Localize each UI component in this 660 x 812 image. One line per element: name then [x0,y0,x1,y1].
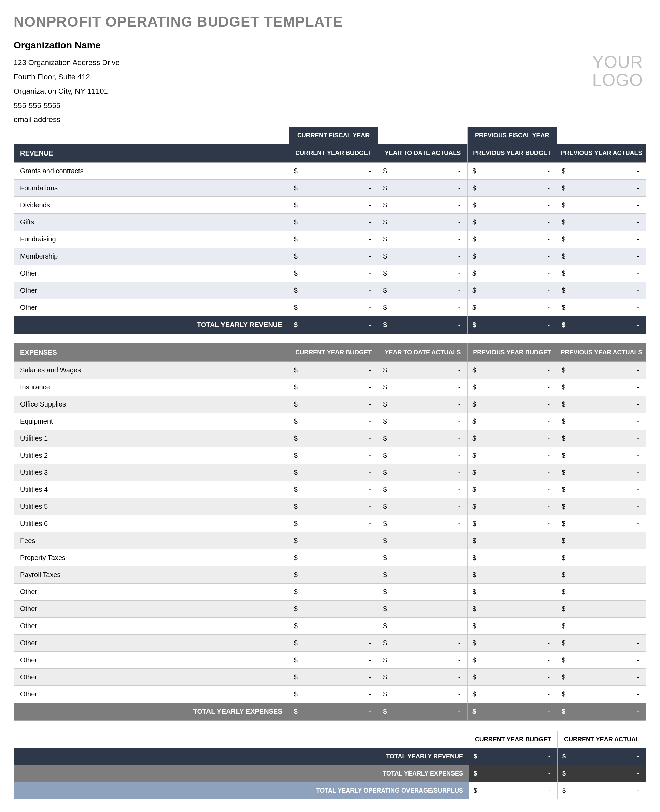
expenses-cell[interactable]: $- [378,362,468,379]
revenue-cell[interactable]: $- [468,282,557,299]
revenue-cell[interactable]: $- [557,231,646,248]
expenses-cell[interactable]: $- [557,464,646,481]
expenses-cell[interactable]: $- [468,447,557,464]
expenses-cell[interactable]: $- [378,567,468,584]
expenses-cell[interactable]: $- [557,617,646,635]
expenses-cell[interactable]: $- [468,481,557,498]
expenses-row-label[interactable]: Utilities 1 [14,430,289,447]
expenses-cell[interactable]: $- [557,601,646,617]
expenses-cell[interactable]: $- [557,652,646,669]
revenue-cell[interactable]: $- [289,231,378,248]
expenses-row-label[interactable]: Other [14,601,289,617]
revenue-row-label[interactable]: Other [14,282,289,299]
expenses-row-label[interactable]: Utilities 6 [14,515,289,532]
expenses-cell[interactable]: $- [289,515,378,532]
expenses-cell[interactable]: $- [468,652,557,669]
revenue-cell[interactable]: $- [378,299,468,316]
revenue-cell[interactable]: $- [557,265,646,282]
expenses-cell[interactable]: $- [468,413,557,430]
expenses-cell[interactable]: $- [557,567,646,584]
expenses-cell[interactable]: $- [468,464,557,481]
revenue-cell[interactable]: $- [468,231,557,248]
expenses-cell[interactable]: $- [468,617,557,635]
revenue-row-label[interactable]: Foundations [14,180,289,197]
revenue-cell[interactable]: $- [378,248,468,265]
revenue-cell[interactable]: $- [289,265,378,282]
revenue-cell[interactable]: $- [289,299,378,316]
revenue-row-label[interactable]: Grants and contracts [14,163,289,180]
revenue-cell[interactable]: $- [468,197,557,214]
expenses-cell[interactable]: $- [289,481,378,498]
expenses-cell[interactable]: $- [378,447,468,464]
expenses-cell[interactable]: $- [289,430,378,447]
revenue-cell[interactable]: $- [378,282,468,299]
expenses-cell[interactable]: $- [378,396,468,413]
expenses-cell[interactable]: $- [468,549,557,567]
expenses-cell[interactable]: $- [557,396,646,413]
revenue-row-label[interactable]: Membership [14,248,289,265]
revenue-cell[interactable]: $- [557,282,646,299]
expenses-cell[interactable]: $- [557,498,646,515]
expenses-cell[interactable]: $- [378,617,468,635]
revenue-row-label[interactable]: Gifts [14,214,289,231]
expenses-row-label[interactable]: Other [14,584,289,601]
revenue-cell[interactable]: $- [468,248,557,265]
expenses-cell[interactable]: $- [289,652,378,669]
expenses-cell[interactable]: $- [378,464,468,481]
revenue-row-label[interactable]: Dividends [14,197,289,214]
previous-fy-input[interactable] [557,127,646,144]
expenses-cell[interactable]: $- [289,498,378,515]
revenue-row-label[interactable]: Other [14,265,289,282]
expenses-cell[interactable]: $- [468,686,557,703]
revenue-cell[interactable]: $- [378,231,468,248]
expenses-cell[interactable]: $- [378,532,468,549]
revenue-row-label[interactable]: Fundraising [14,231,289,248]
expenses-row-label[interactable]: Utilities 4 [14,481,289,498]
expenses-cell[interactable]: $- [378,635,468,652]
expenses-cell[interactable]: $- [289,549,378,567]
expenses-cell[interactable]: $- [557,635,646,652]
expenses-cell[interactable]: $- [378,481,468,498]
expenses-cell[interactable]: $- [468,669,557,686]
expenses-cell[interactable]: $- [289,635,378,652]
expenses-row-label[interactable]: Property Taxes [14,549,289,567]
expenses-cell[interactable]: $- [289,532,378,549]
expenses-cell[interactable]: $- [289,396,378,413]
revenue-cell[interactable]: $- [289,163,378,180]
expenses-row-label[interactable]: Salaries and Wages [14,362,289,379]
expenses-cell[interactable]: $- [468,584,557,601]
expenses-cell[interactable]: $- [378,498,468,515]
revenue-cell[interactable]: $- [557,214,646,231]
expenses-cell[interactable]: $- [557,515,646,532]
revenue-cell[interactable]: $- [557,180,646,197]
expenses-row-label[interactable]: Utilities 2 [14,447,289,464]
expenses-cell[interactable]: $- [557,686,646,703]
expenses-row-label[interactable]: Other [14,669,289,686]
expenses-cell[interactable]: $- [289,464,378,481]
revenue-cell[interactable]: $- [378,214,468,231]
expenses-cell[interactable]: $- [468,635,557,652]
revenue-cell[interactable]: $- [468,214,557,231]
revenue-cell[interactable]: $- [557,248,646,265]
expenses-cell[interactable]: $- [468,430,557,447]
expenses-cell[interactable]: $- [378,601,468,617]
expenses-cell[interactable]: $- [378,413,468,430]
revenue-cell[interactable]: $- [289,180,378,197]
expenses-cell[interactable]: $- [378,549,468,567]
revenue-cell[interactable]: $- [468,163,557,180]
expenses-cell[interactable]: $- [468,532,557,549]
expenses-cell[interactable]: $- [289,413,378,430]
revenue-cell[interactable]: $- [378,180,468,197]
expenses-cell[interactable]: $- [289,669,378,686]
expenses-cell[interactable]: $- [468,567,557,584]
revenue-cell[interactable]: $- [378,163,468,180]
revenue-row-label[interactable]: Other [14,299,289,316]
expenses-cell[interactable]: $- [557,584,646,601]
expenses-cell[interactable]: $- [557,481,646,498]
expenses-cell[interactable]: $- [378,686,468,703]
expenses-row-label[interactable]: Payroll Taxes [14,567,289,584]
expenses-cell[interactable]: $- [378,652,468,669]
revenue-cell[interactable]: $- [557,197,646,214]
expenses-cell[interactable]: $- [557,447,646,464]
revenue-cell[interactable]: $- [378,265,468,282]
